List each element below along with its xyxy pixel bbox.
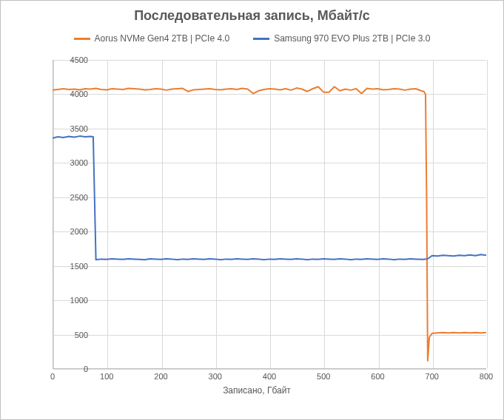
series-aorus bbox=[53, 87, 486, 361]
y-tick-label: 4500 bbox=[58, 55, 88, 64]
y-tick-label: 1500 bbox=[58, 262, 88, 271]
y-tick-label: 500 bbox=[58, 331, 88, 339]
x-tick-label: 400 bbox=[263, 372, 276, 381]
legend-label: Aorus NVMe Gen4 2TB | PCIe 4.0 bbox=[95, 33, 230, 44]
x-tick-label: 200 bbox=[154, 372, 167, 381]
legend-label: Samsung 970 EVO Plus 2TB | PCIe 3.0 bbox=[274, 33, 430, 44]
x-tick-label: 500 bbox=[317, 372, 330, 381]
legend-item-samsung: Samsung 970 EVO Plus 2TB | PCIe 3.0 bbox=[253, 33, 430, 44]
legend-swatch-icon bbox=[74, 38, 90, 40]
series-canvas bbox=[53, 60, 486, 369]
x-tick-label: 100 bbox=[100, 372, 113, 381]
legend-swatch-icon bbox=[253, 38, 269, 40]
gridline-vertical bbox=[487, 60, 488, 368]
chart-title: Последовательная запись, Мбайт/с bbox=[1, 8, 503, 24]
y-tick-label: 0 bbox=[58, 365, 88, 373]
y-tick-label: 3500 bbox=[58, 124, 88, 133]
x-axis-label: Записано, Гбайт bbox=[20, 385, 494, 396]
y-tick-label: 2000 bbox=[58, 227, 88, 236]
x-tick-label: 0 bbox=[50, 372, 55, 381]
x-tick-label: 300 bbox=[209, 372, 222, 381]
gridline-horizontal bbox=[53, 369, 486, 370]
x-tick-label: 700 bbox=[426, 372, 439, 381]
legend: Aorus NVMe Gen4 2TB | PCIe 4.0 Samsung 9… bbox=[1, 33, 503, 44]
legend-item-aorus: Aorus NVMe Gen4 2TB | PCIe 4.0 bbox=[74, 33, 230, 44]
y-tick-label: 4000 bbox=[58, 89, 88, 98]
y-tick-label: 2500 bbox=[58, 193, 88, 202]
y-tick-label: 3000 bbox=[58, 158, 88, 167]
plot-container: Записано, Гбайт 050010001500200025003000… bbox=[20, 52, 494, 393]
series-samsung bbox=[53, 136, 486, 260]
y-tick-label: 1000 bbox=[58, 296, 88, 305]
x-tick-label: 800 bbox=[480, 372, 493, 381]
x-tick-label: 600 bbox=[371, 372, 384, 381]
